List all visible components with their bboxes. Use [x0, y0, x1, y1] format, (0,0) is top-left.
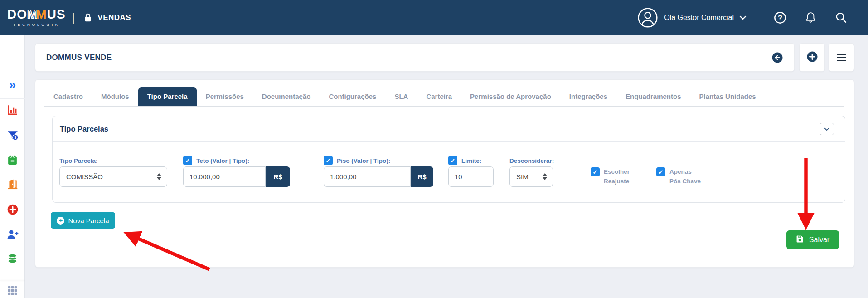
bell-icon[interactable]	[805, 11, 817, 24]
user-plus-icon[interactable]	[0, 229, 25, 240]
field-tipo-parcela: Tipo Parcela: COMISSÃO	[59, 156, 98, 165]
add-button[interactable]	[799, 43, 825, 72]
teto-currency-addon[interactable]: R$	[266, 166, 290, 187]
field-label: Desconsiderar:	[509, 157, 554, 164]
limite-checkbox[interactable]: ✓	[448, 156, 457, 165]
plus-circle-icon[interactable]	[0, 204, 25, 215]
escolher-reajuste-checkbox[interactable]: ✓	[591, 167, 600, 176]
salvar-label: Salvar	[809, 236, 829, 244]
page: DOMMUS TECNOLOGIA | VENDAS Olá Gestor Co…	[0, 0, 868, 298]
panel-header: Tipo Parcelas	[53, 116, 845, 142]
tab-permissao-de-aprovacao[interactable]: Permissão de Aprovação	[461, 87, 560, 106]
piso-currency-addon[interactable]: R$	[411, 166, 433, 187]
logo-part: US	[47, 8, 66, 21]
field-label: Piso (Valor | Tipo):	[337, 157, 390, 164]
app-header: DOMMUS TECNOLOGIA | VENDAS Olá Gestor Co…	[0, 0, 868, 35]
coins-icon[interactable]	[0, 253, 25, 264]
sidebar-divider	[0, 196, 25, 196]
module-label: VENDAS	[97, 13, 131, 22]
logo-part: M	[36, 8, 47, 21]
tab-modulos[interactable]: Módulos	[92, 87, 138, 106]
limite-input[interactable]	[448, 166, 494, 187]
tab-carteira[interactable]: Carteira	[417, 87, 461, 106]
svg-text:$: $	[14, 135, 16, 140]
logo-wordmark: DOMMUS	[7, 8, 66, 21]
collapse-button[interactable]	[820, 123, 834, 135]
field-label: Tipo Parcela:	[59, 157, 98, 164]
tab-tipo-parcela[interactable]: Tipo Parcela	[138, 87, 197, 106]
field-piso: ✓ Piso (Valor | Tipo): R$	[324, 156, 390, 165]
apenas-pos-chave-checkbox[interactable]: ✓	[656, 167, 665, 176]
field-apenas-pos-chave: ✓ Apenas Pós Chave	[656, 167, 701, 186]
header-right: Olá Gestor Comercial ?	[637, 7, 868, 28]
back-circle-icon[interactable]	[771, 52, 783, 64]
field-label: Teto (Valor | Tipo):	[196, 157, 249, 164]
checkbox-label: Apenas Pós Chave	[669, 167, 701, 186]
calendar-icon[interactable]	[0, 155, 25, 166]
page-title: DOMMUS VENDE	[46, 53, 112, 62]
piso-checkbox[interactable]: ✓	[324, 156, 333, 165]
door-icon[interactable]	[0, 178, 25, 190]
teto-checkbox[interactable]: ✓	[183, 156, 192, 165]
tab-cadastro[interactable]: Cadastro	[44, 87, 92, 106]
field-label: Limite:	[461, 157, 481, 164]
tab-documentacao[interactable]: Documentação	[253, 87, 320, 106]
field-limite: ✓ Limite:	[448, 156, 481, 165]
tipo-parcela-select[interactable]: COMISSÃO	[59, 166, 167, 187]
dommus-logo: DOMMUS TECNOLOGIA	[7, 8, 66, 27]
select-value: SIM	[516, 173, 529, 181]
plus-circle-icon: +	[57, 217, 64, 225]
avatar-icon[interactable]	[637, 7, 658, 28]
menu-icon	[837, 54, 846, 61]
tab-integracoes[interactable]: Integrações	[560, 87, 616, 106]
save-disk-icon	[796, 235, 804, 244]
funnel-dollar-icon[interactable]: $	[0, 129, 25, 141]
module-vendas[interactable]: VENDAS	[83, 13, 131, 23]
sidebar-divider	[0, 280, 25, 280]
chevron-down-icon	[824, 126, 830, 132]
help-icon[interactable]: ?	[774, 11, 786, 24]
select-value: COMISSÃO	[66, 173, 103, 181]
tab-bar: CadastroMódulosTipo ParcelaPermissõesDoc…	[44, 87, 844, 107]
sidebar-divider	[0, 98, 25, 99]
logo-separator: |	[72, 10, 75, 24]
plus-circle-icon	[806, 51, 818, 64]
user-greeting[interactable]: Olá Gestor Comercial	[664, 14, 734, 22]
page-title-bar: DOMMUS VENDE	[35, 43, 795, 72]
lock-icon	[83, 13, 93, 23]
chevron-down-icon[interactable]	[738, 13, 747, 22]
search-icon[interactable]	[835, 11, 847, 24]
bar-chart-icon[interactable]	[0, 104, 25, 116]
field-escolher-reajuste: ✓ Escolher Reajuste	[591, 167, 630, 186]
tab-configuracoes[interactable]: Configurações	[320, 87, 385, 106]
piso-input[interactable]	[324, 166, 411, 187]
logo-part: DO	[7, 8, 27, 21]
svg-text:?: ?	[778, 13, 782, 21]
desconsiderar-select[interactable]: SIM	[509, 166, 553, 187]
sidebar: » $	[0, 35, 25, 298]
teto-input[interactable]	[183, 166, 266, 187]
salvar-button[interactable]: Salvar	[786, 230, 839, 249]
tab-enquadramentos[interactable]: Enquadramentos	[616, 87, 690, 106]
apps-grid-icon[interactable]	[0, 285, 25, 296]
tipo-parcelas-panel: Tipo Parcelas Tipo Parcela: COMISSÃO ✓ T…	[52, 116, 845, 203]
nova-parcela-button[interactable]: + Nova Parcela	[51, 212, 115, 229]
checkbox-label: Escolher Reajuste	[604, 167, 630, 186]
field-desconsiderar: Desconsiderar: SIM	[509, 156, 554, 165]
tab-sla[interactable]: SLA	[385, 87, 417, 106]
tab-plantas-unidades[interactable]: Plantas Unidades	[690, 87, 765, 106]
field-teto: ✓ Teto (Valor | Tipo): R$	[183, 156, 249, 165]
nova-parcela-label: Nova Parcela	[68, 217, 109, 225]
updown-arrows-icon	[157, 173, 161, 180]
expand-chevrons-icon[interactable]: »	[0, 79, 25, 91]
updown-arrows-icon	[543, 173, 547, 180]
panel-title: Tipo Parcelas	[60, 125, 108, 133]
logo-subtitle: TECNOLOGIA	[13, 23, 59, 27]
tab-permissoes[interactable]: Permissões	[197, 87, 253, 106]
menu-button[interactable]	[829, 43, 854, 72]
